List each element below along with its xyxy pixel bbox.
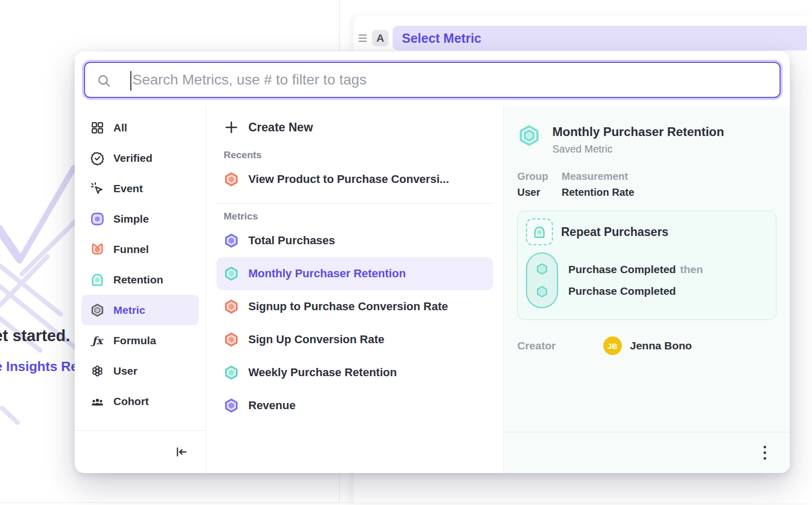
details-footer <box>504 432 790 473</box>
measurement-value: Retention Rate <box>562 187 634 198</box>
sidebar-item-label: Formula <box>113 334 156 347</box>
creator-avatar: JB <box>603 336 622 355</box>
metric-hexagon-icon <box>90 303 105 317</box>
sidebar-item-label: Funnel <box>113 243 149 256</box>
definition-card: Repeat Purchasers Purchase Completedthen… <box>517 211 776 320</box>
metric-item-monthly-purchaser-retention[interactable]: Monthly Purchaser Retention <box>216 257 493 290</box>
details-title: Monthly Purchaser Retention <box>552 124 724 139</box>
metric-hexagon-icon <box>224 365 239 380</box>
metric-hexagon-icon <box>224 332 239 347</box>
metric-details-panel: Monthly Purchaser Retention Saved Metric… <box>504 106 790 473</box>
results-list: Create New Recents View Product to Purch… <box>206 106 504 473</box>
details-subtitle: Saved Metric <box>552 143 724 155</box>
metric-hexagon-icon <box>224 398 239 413</box>
recent-item[interactable]: View Product to Purchase Conversi... <box>216 163 493 196</box>
retention-metric-icon <box>90 273 105 287</box>
metric-item-label: Total Purchases <box>248 234 335 247</box>
measurement-label: Measurement <box>562 171 634 182</box>
metric-item-signup-to-purchase[interactable]: Signup to Purchase Conversion Rate <box>216 290 493 323</box>
step-hexagon-icon <box>535 284 549 299</box>
funnel-metric-icon <box>90 242 105 257</box>
funnel-steps-capsule <box>526 252 558 308</box>
group-value: User <box>517 187 548 198</box>
sidebar-item-label: Verified <box>113 152 153 164</box>
creator-label: Creator <box>517 340 556 352</box>
metric-hexagon-icon <box>224 299 239 314</box>
plus-icon <box>224 120 239 135</box>
list-divider <box>216 203 493 204</box>
create-new-button[interactable]: Create New <box>216 112 493 142</box>
saved-metric-hexagon-icon <box>517 124 541 147</box>
search-input[interactable] <box>85 63 780 97</box>
sidebar-item-cohort[interactable]: Cohort <box>81 386 199 416</box>
text-cursor <box>130 71 131 91</box>
metric-item-total-purchases[interactable]: Total Purchases <box>216 224 493 257</box>
cohort-people-icon <box>90 394 105 409</box>
background-link-partial[interactable]: e Insights Re <box>0 359 78 375</box>
metrics-section-label: Metrics <box>224 211 493 222</box>
search-box[interactable] <box>84 62 781 98</box>
filter-sidebar: All Verified Event <box>75 106 206 473</box>
user-cluster-icon <box>90 364 105 378</box>
definition-step-1: Purchase Completedthen <box>568 259 703 280</box>
definition-step-2: Purchase Completed <box>568 280 703 302</box>
metric-picker-modal: All Verified Event <box>75 52 790 473</box>
sidebar-item-formula[interactable]: ƒx Formula <box>81 325 199 356</box>
metric-hexagon-icon <box>224 266 239 281</box>
metric-item-label: Monthly Purchaser Retention <box>248 267 406 280</box>
recents-section-label: Recents <box>224 149 493 161</box>
collapse-panel-icon[interactable] <box>175 445 188 459</box>
sidebar-item-simple[interactable]: Simple <box>81 204 199 234</box>
more-options-icon[interactable] <box>760 443 769 463</box>
metric-item-revenue[interactable]: Revenue <box>216 389 493 422</box>
create-new-label: Create New <box>248 121 313 134</box>
sidebar-item-label: Cohort <box>113 395 149 408</box>
sidebar-item-label: Retention <box>113 274 163 286</box>
recent-item-label: View Product to Purchase Conversi... <box>248 173 449 186</box>
sidebar-item-all[interactable]: All <box>81 112 199 143</box>
row-letter-badge: A <box>372 30 388 46</box>
grid-icon <box>90 121 105 135</box>
step-hexagon-icon <box>535 262 549 276</box>
sidebar-item-funnel[interactable]: Funnel <box>81 234 199 264</box>
formula-icon: ƒx <box>90 333 105 348</box>
group-meta: Group User <box>517 171 548 198</box>
sidebar-item-verified[interactable]: Verified <box>81 143 199 173</box>
group-label: Group <box>517 171 548 182</box>
creator-name: Jenna Bono <box>630 340 692 352</box>
metric-row: A Select Metric <box>353 15 812 50</box>
sidebar-item-label: Simple <box>113 213 149 225</box>
metric-item-label: Weekly Purchase Retention <box>248 366 397 379</box>
decorative-chart-lines <box>0 144 77 425</box>
measurement-meta: Measurement Retention Rate <box>562 171 634 198</box>
metric-item-label: Sign Up Conversion Rate <box>248 333 384 346</box>
sidebar-item-label: Metric <box>113 304 145 316</box>
sidebar-item-label: Event <box>113 182 143 195</box>
metric-hexagon-icon <box>224 233 239 248</box>
sidebar-item-user[interactable]: User <box>81 356 199 386</box>
sidebar-item-retention[interactable]: Retention <box>81 264 199 295</box>
retention-definition-icon <box>526 218 553 245</box>
metric-item-weekly-purchase-retention[interactable]: Weekly Purchase Retention <box>216 356 493 389</box>
sidebar-item-metric[interactable]: Metric <box>81 295 199 325</box>
sidebar-item-event[interactable]: Event <box>81 173 199 204</box>
definition-name: Repeat Purchasers <box>561 225 668 239</box>
funnel-hexagon-icon <box>224 172 239 187</box>
sidebar-item-label: All <box>113 122 127 134</box>
drag-handle-icon[interactable] <box>358 35 368 42</box>
then-connector: then <box>680 263 703 275</box>
sidebar-footer <box>75 430 206 473</box>
metric-item-signup-conversion[interactable]: Sign Up Conversion Rate <box>216 323 493 356</box>
metric-item-label: Signup to Purchase Conversion Rate <box>248 300 448 313</box>
select-metric-field[interactable]: Select Metric <box>393 26 807 50</box>
sidebar-item-label: User <box>113 365 138 377</box>
verified-badge-icon <box>90 151 105 165</box>
simple-metric-icon <box>90 212 105 226</box>
search-icon <box>96 73 112 89</box>
cursor-click-icon <box>90 181 105 196</box>
search-area <box>75 52 790 106</box>
metric-item-label: Revenue <box>248 399 296 412</box>
background-heading-partial: et started. <box>0 327 70 345</box>
